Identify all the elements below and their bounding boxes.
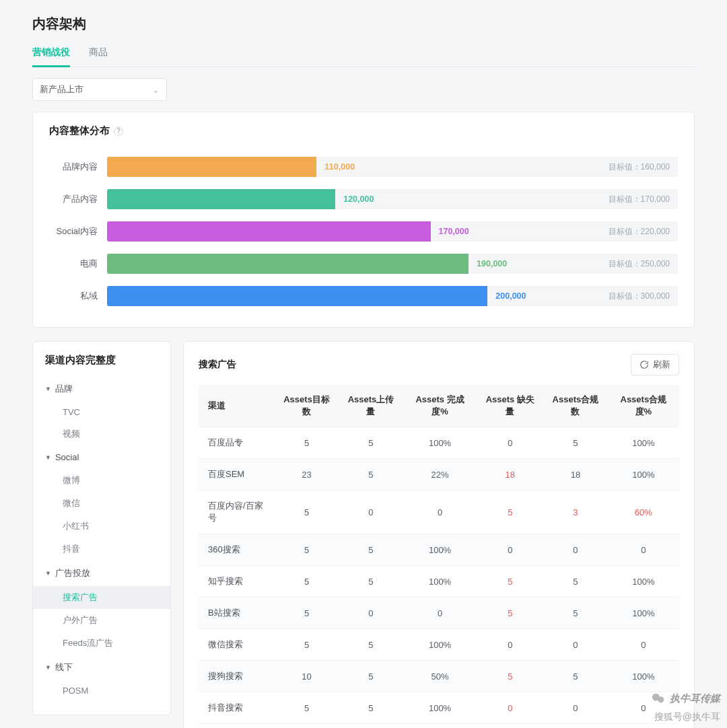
bar-fill [107, 157, 316, 177]
cell: 5 [543, 661, 607, 692]
cell: 5 [275, 490, 339, 534]
tab-0[interactable]: 营销战役 [32, 42, 70, 67]
cell: 100% [403, 692, 477, 724]
tree-item-1-1[interactable]: 微信 [33, 492, 170, 515]
tree-group-2[interactable]: ▼广告投放 [33, 560, 170, 586]
table-row: 知乎搜索55100%55100% [199, 566, 679, 597]
col-6: Assets合规度% [608, 385, 679, 427]
cell: 60% [608, 490, 679, 534]
cell: 360搜索 [199, 534, 275, 566]
refresh-button[interactable]: 刷新 [631, 354, 679, 375]
cell: 0 [543, 629, 607, 661]
bar-value: 190,000 [477, 259, 507, 268]
distribution-title: 内容整体分布 ? [49, 124, 678, 137]
table-row: 搜狗搜索10550%55100% [199, 661, 679, 692]
tree-item-0-1[interactable]: 视频 [33, 423, 170, 445]
bar-target: 目标值：160,000 [609, 161, 670, 173]
cell: 0 [477, 629, 543, 661]
tree-item-2-2[interactable]: Feeds流广告 [33, 632, 170, 655]
col-5: Assets合规数 [543, 385, 607, 427]
cell: 10 [275, 661, 339, 692]
cell: 5 [339, 427, 403, 459]
cell: 5 [477, 566, 543, 597]
bar-fill [107, 221, 431, 242]
tree-item-2-0[interactable]: 搜索广告 [33, 586, 170, 609]
cell: 100% [608, 459, 679, 490]
help-icon[interactable]: ? [114, 126, 123, 136]
caret-down-icon: ▼ [45, 570, 51, 577]
bar-track: 170,000目标值：220,000 [107, 221, 678, 242]
table-row: 百度SEM23522%1818100% [199, 459, 679, 490]
cell: 5 [339, 566, 403, 597]
bar-label: Social内容 [49, 225, 107, 238]
cell: 抖音搜索 [199, 692, 275, 724]
chevron-down-icon: ⌄ [152, 85, 160, 95]
tree-item-1-3[interactable]: 抖音 [33, 538, 170, 560]
tab-1[interactable]: 商品 [89, 42, 108, 67]
col-3: Assets 完成度% [403, 385, 477, 427]
cell: 5 [339, 661, 403, 692]
cell: 5 [543, 427, 607, 459]
cell: 0 [543, 692, 607, 724]
bar-label: 产品内容 [49, 193, 107, 205]
tree-item-1-0[interactable]: 微博 [33, 469, 170, 492]
cell: 0 [608, 629, 679, 661]
tree-group-3[interactable]: ▼线下 [33, 655, 170, 680]
page-title: 内容架构 [32, 15, 695, 33]
cell: 5 [339, 459, 403, 490]
table-row: 百度内容/百家号5005360% [199, 490, 679, 534]
cell: 0 [477, 427, 543, 459]
tree-item-3-0[interactable]: POSM [33, 680, 170, 701]
table-title: 搜索广告 [199, 359, 236, 371]
cell: 百度品专 [199, 427, 275, 459]
bar-row-0: 品牌内容110,000目标值：160,000 [49, 151, 678, 183]
campaign-select[interactable]: 新产品上市 ⌄ [32, 78, 167, 101]
table-row: 360搜索55100%000 [199, 534, 679, 566]
cell: 100% [403, 566, 477, 597]
cell: 5 [477, 597, 543, 629]
cell: 100% [403, 534, 477, 566]
tree-group-1[interactable]: ▼Social [33, 445, 170, 469]
cell: 100% [403, 629, 477, 661]
bar-row-2: Social内容170,000目标值：220,000 [49, 215, 678, 248]
bar-label: 品牌内容 [49, 161, 107, 173]
cell: 100% [608, 566, 679, 597]
tree-item-2-1[interactable]: 户外广告 [33, 609, 170, 632]
cell: 5 [275, 629, 339, 661]
caret-down-icon: ▼ [45, 386, 51, 392]
cell: 知乎搜索 [199, 566, 275, 597]
cell: 0 [477, 692, 543, 724]
cell: 100% [403, 427, 477, 459]
refresh-label: 刷新 [653, 359, 670, 371]
cell: 22% [403, 459, 477, 490]
cell: 5 [275, 534, 339, 566]
cell: 0 [608, 692, 679, 724]
bar-track: 120,000目标值：170,000 [107, 189, 678, 209]
tree-item-1-2[interactable]: 小红书 [33, 515, 170, 538]
bar-target: 目标值：220,000 [609, 226, 670, 238]
assets-table: 渠道Assets目标数Assets上传量Assets 完成度%Assets 缺失… [199, 385, 679, 724]
cell: 18 [543, 459, 607, 490]
cell: 0 [608, 534, 679, 566]
bar-target: 目标值：170,000 [609, 194, 670, 205]
cell: 5 [477, 661, 543, 692]
bar-fill [107, 286, 487, 306]
tree-group-0[interactable]: ▼品牌 [33, 376, 170, 402]
cell: 0 [477, 534, 543, 566]
bar-target: 目标值：300,000 [609, 291, 670, 302]
bar-track: 200,000目标值：300,000 [107, 286, 678, 306]
bar-value: 170,000 [439, 227, 469, 236]
table-card: 搜索广告 刷新 渠道Assets目标数Assets上传量Assets 完成度%A… [183, 341, 695, 728]
tree-item-0-0[interactable]: TVC [33, 402, 170, 423]
sidebar-title: 渠道内容完整度 [33, 354, 170, 376]
bar-row-1: 产品内容120,000目标值：170,000 [49, 183, 678, 215]
cell: 搜狗搜索 [199, 661, 275, 692]
table-row: 百度品专55100%05100% [199, 427, 679, 459]
cell: 5 [477, 490, 543, 534]
cell: 5 [275, 597, 339, 629]
cell: 5 [339, 534, 403, 566]
bar-target: 目标值：250,000 [609, 258, 670, 270]
distribution-title-text: 内容整体分布 [49, 124, 110, 137]
bar-label: 私域 [49, 290, 107, 302]
bar-track: 190,000目标值：250,000 [107, 254, 678, 274]
